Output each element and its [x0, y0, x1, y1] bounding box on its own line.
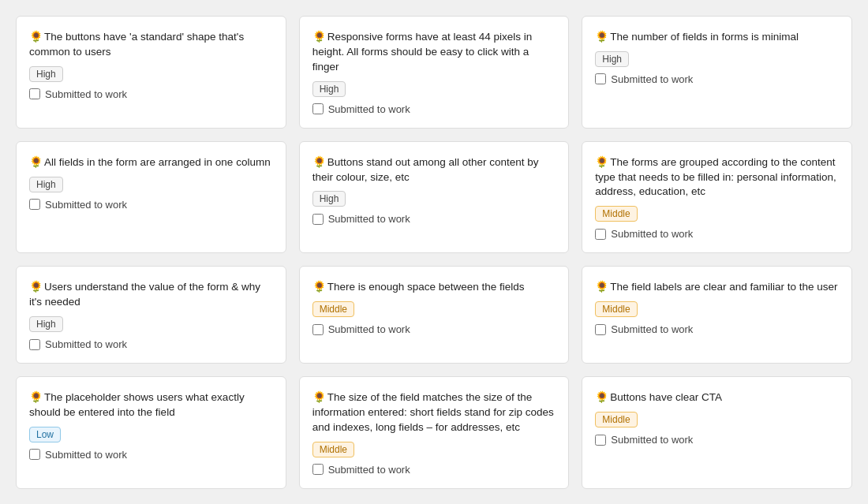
submitted-checkbox[interactable] [312, 324, 324, 335]
priority-badge: Middle [595, 412, 637, 427]
submitted-label: Submitted to work [611, 228, 693, 240]
cards-grid: 🌻The buttons have 'a standard' shape tha… [16, 16, 852, 489]
priority-badge: Middle [312, 301, 354, 317]
card-title: 🌻Responsive forms have at least 44 pixel… [312, 29, 556, 75]
sunflower-icon: 🌻 [312, 30, 326, 43]
submitted-row: Submitted to work [595, 73, 839, 85]
sunflower-icon: 🌻 [312, 280, 326, 293]
card-title: 🌻All fields in the form are arranged in … [29, 155, 273, 170]
card-5: 🌻Buttons stand out among all other conte… [299, 141, 570, 254]
submitted-label: Submitted to work [328, 464, 410, 476]
submitted-checkbox[interactable] [595, 229, 606, 240]
submitted-row: Submitted to work [312, 464, 556, 476]
card-3: 🌻The number of fields in forms is minima… [582, 16, 852, 129]
submitted-checkbox[interactable] [312, 464, 324, 475]
submitted-label: Submitted to work [45, 88, 127, 100]
submitted-checkbox[interactable] [595, 73, 606, 84]
submitted-row: Submitted to work [29, 88, 273, 100]
submitted-row: Submitted to work [595, 323, 839, 335]
submitted-label: Submitted to work [45, 449, 127, 461]
submitted-checkbox[interactable] [312, 103, 324, 114]
submitted-row: Submitted to work [29, 338, 273, 350]
sunflower-icon: 🌻 [29, 30, 43, 43]
submitted-label: Submitted to work [328, 103, 410, 115]
submitted-checkbox[interactable] [29, 88, 40, 99]
sunflower-icon: 🌻 [312, 390, 326, 403]
card-8: 🌻There is enough space between the field… [299, 266, 570, 364]
submitted-label: Submitted to work [328, 213, 410, 225]
priority-badge: High [29, 316, 63, 332]
priority-badge: Middle [312, 442, 354, 457]
card-11: 🌻The size of the field matches the size … [299, 376, 570, 489]
card-title: 🌻The forms are grouped according to the … [595, 155, 839, 200]
card-6: 🌻The forms are grouped according to the … [582, 141, 852, 254]
submitted-label: Submitted to work [611, 323, 693, 335]
priority-badge: Low [29, 427, 61, 442]
priority-badge: High [29, 66, 63, 82]
submitted-checkbox[interactable] [29, 449, 40, 460]
card-title: 🌻Buttons have clear CTA [595, 390, 839, 405]
submitted-checkbox[interactable] [29, 339, 40, 350]
submitted-label: Submitted to work [611, 73, 693, 85]
card-title: 🌻Users understand the value of the form … [29, 279, 273, 310]
card-title: 🌻The size of the field matches the size … [312, 390, 556, 435]
card-12: 🌻Buttons have clear CTA Middle Submitted… [582, 376, 852, 489]
priority-badge: Middle [595, 206, 637, 222]
card-title: 🌻The buttons have 'a standard' shape tha… [29, 29, 273, 60]
submitted-checkbox[interactable] [312, 214, 324, 225]
card-9: 🌻The field labels are clear and familiar… [582, 266, 852, 364]
sunflower-icon: 🌻 [29, 155, 43, 168]
card-title: 🌻The placeholder shows users what exactl… [29, 390, 273, 420]
submitted-row: Submitted to work [312, 323, 556, 335]
submitted-row: Submitted to work [29, 199, 273, 211]
card-title: 🌻Buttons stand out among all other conte… [312, 155, 556, 185]
sunflower-icon: 🌻 [29, 390, 43, 403]
card-2: 🌻Responsive forms have at least 44 pixel… [299, 16, 570, 129]
sunflower-icon: 🌻 [595, 280, 608, 293]
card-title: 🌻There is enough space between the field… [312, 279, 556, 295]
submitted-checkbox[interactable] [29, 199, 40, 210]
submitted-row: Submitted to work [312, 103, 556, 115]
card-10: 🌻The placeholder shows users what exactl… [16, 376, 286, 489]
sunflower-icon: 🌻 [595, 30, 608, 43]
submitted-checkbox[interactable] [595, 324, 606, 335]
priority-badge: High [312, 191, 346, 207]
sunflower-icon: 🌻 [595, 390, 608, 403]
priority-badge: High [29, 177, 63, 192]
priority-badge: Middle [595, 301, 637, 317]
card-title: 🌻The number of fields in forms is minima… [595, 29, 839, 45]
sunflower-icon: 🌻 [312, 155, 326, 168]
priority-badge: High [595, 51, 629, 67]
priority-badge: High [312, 81, 346, 97]
card-4: 🌻All fields in the form are arranged in … [16, 141, 286, 254]
card-title: 🌻The field labels are clear and familiar… [595, 279, 839, 295]
submitted-row: Submitted to work [29, 449, 273, 461]
submitted-row: Submitted to work [595, 228, 839, 240]
submitted-checkbox[interactable] [595, 435, 606, 446]
card-1: 🌻The buttons have 'a standard' shape tha… [16, 16, 286, 129]
submitted-row: Submitted to work [595, 434, 839, 446]
submitted-label: Submitted to work [45, 338, 127, 350]
submitted-label: Submitted to work [328, 323, 410, 335]
submitted-label: Submitted to work [45, 199, 127, 211]
submitted-row: Submitted to work [312, 213, 556, 225]
submitted-label: Submitted to work [611, 434, 693, 446]
sunflower-icon: 🌻 [29, 280, 43, 293]
card-7: 🌻Users understand the value of the form … [16, 266, 286, 364]
sunflower-icon: 🌻 [595, 155, 608, 168]
